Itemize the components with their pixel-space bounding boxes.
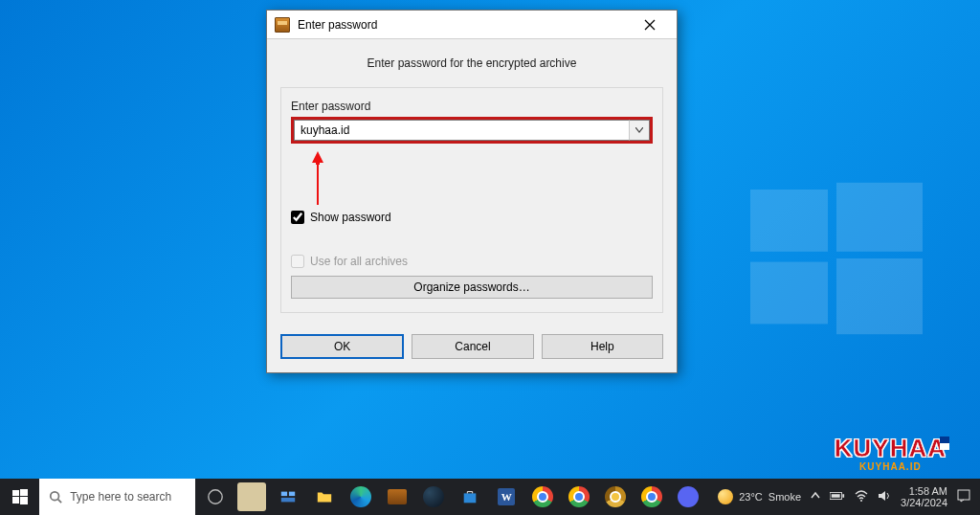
desktop: KUYHAA KUYHAA.ID Enter password Enter pa… (0, 0, 980, 515)
show-password-checkbox[interactable] (291, 211, 304, 224)
password-input[interactable] (294, 120, 629, 141)
svg-rect-18 (958, 490, 969, 500)
svg-rect-16 (832, 494, 840, 498)
tray-wifi-icon[interactable] (855, 490, 868, 504)
title-bar[interactable]: Enter password (267, 11, 677, 39)
cancel-button[interactable]: Cancel (412, 334, 533, 359)
svg-rect-0 (750, 190, 828, 252)
taskbar-cortana[interactable] (197, 479, 234, 515)
taskbar-steam[interactable] (415, 479, 452, 515)
steam-icon (423, 486, 444, 507)
taskbar-chrome-2[interactable] (561, 479, 597, 515)
search-placeholder: Type here to search (70, 490, 171, 504)
window-title: Enter password (298, 18, 631, 32)
chrome-icon (532, 486, 553, 507)
system-tray: 23°C Smoke 1:58 AM 3/24/2024 (708, 479, 980, 515)
weather-icon (718, 489, 733, 504)
tray-notifications-icon[interactable] (957, 489, 970, 504)
svg-rect-5 (20, 489, 28, 496)
winrar-icon (275, 17, 290, 33)
taskbar-store[interactable] (452, 479, 488, 515)
svg-rect-2 (750, 262, 828, 325)
taskbar-chrome-canary[interactable] (597, 479, 634, 515)
brand-watermark: KUYHAA KUYHAA.ID (835, 434, 947, 472)
weather-temp: 23°C (739, 491, 763, 503)
help-button[interactable]: Help (542, 334, 663, 359)
svg-rect-10 (281, 492, 287, 497)
taskbar-edge[interactable] (343, 479, 379, 515)
chevron-down-icon (635, 127, 643, 133)
taskbar-chrome-1[interactable] (524, 479, 561, 515)
close-icon (644, 19, 656, 31)
brand-main: KUYHAA (835, 434, 947, 463)
taskbar: Type here to search W 23°C Smoke (0, 479, 980, 515)
password-row (291, 117, 653, 144)
password-dialog: Enter password Enter password for the en… (266, 10, 678, 373)
svg-point-17 (860, 500, 862, 502)
svg-rect-6 (12, 497, 19, 504)
show-password-row[interactable]: Show password (291, 211, 653, 224)
weather-desc: Smoke (768, 491, 801, 503)
use-all-checkbox (291, 255, 304, 268)
cortana-icon (207, 488, 224, 505)
use-all-row: Use for all archives (291, 255, 653, 268)
taskbar-word[interactable]: W (488, 479, 524, 515)
notification-icon (957, 489, 970, 503)
avatar-icon (237, 482, 266, 511)
winrar-icon (388, 489, 407, 504)
ok-button[interactable]: OK (280, 334, 404, 359)
svg-rect-13 (464, 493, 477, 503)
dialog-body: Enter password for the encrypted archive… (267, 39, 677, 334)
taskbar-winrar[interactable] (379, 479, 415, 515)
password-label: Enter password (291, 100, 653, 113)
tray-time: 1:58 AM (901, 485, 947, 497)
discord-icon (678, 486, 699, 507)
tray-chevron-icon[interactable] (811, 491, 820, 503)
search-icon (49, 490, 62, 504)
password-group: Enter password Show password (280, 87, 663, 313)
taskbar-explorer[interactable] (306, 479, 343, 515)
svg-rect-3 (836, 258, 923, 334)
battery-icon (830, 491, 845, 501)
chrome-canary-icon (605, 486, 626, 507)
windows-icon (12, 489, 28, 504)
taskbar-user-photo[interactable] (234, 479, 270, 515)
start-button[interactable] (0, 479, 39, 515)
arrow-annotation (310, 151, 325, 205)
clock[interactable]: 1:58 AM 3/24/2024 (901, 485, 947, 508)
speaker-icon (878, 490, 891, 502)
close-button[interactable] (631, 11, 669, 38)
search-box[interactable]: Type here to search (39, 479, 195, 515)
svg-rect-11 (289, 492, 295, 497)
svg-rect-7 (20, 497, 28, 504)
dialog-actions: OK Cancel Help (267, 334, 677, 372)
svg-point-9 (209, 490, 222, 504)
taskbar-items: W (195, 479, 708, 515)
arrow-up-icon (310, 151, 325, 165)
organize-passwords-button[interactable]: Organize passwords… (291, 276, 653, 299)
svg-rect-4 (12, 490, 19, 496)
taskbar-discord[interactable] (670, 479, 706, 515)
tray-volume-icon[interactable] (878, 490, 891, 504)
word-icon: W (498, 488, 515, 505)
edge-icon (350, 486, 371, 507)
password-dropdown-button[interactable] (629, 120, 650, 141)
windows-logo-wallpaper (750, 172, 923, 348)
chevron-up-icon (811, 491, 820, 501)
weather-widget[interactable]: 23°C Smoke (718, 489, 801, 504)
svg-point-8 (51, 492, 59, 501)
dialog-headline: Enter password for the encrypted archive (280, 56, 663, 70)
show-password-label: Show password (310, 211, 391, 224)
chrome-icon (641, 486, 662, 507)
taskbar-task-view[interactable] (270, 479, 306, 515)
tray-battery-icon[interactable] (830, 491, 845, 503)
folder-icon (316, 488, 333, 505)
svg-rect-1 (836, 183, 923, 252)
taskbar-chrome-3[interactable] (634, 479, 670, 515)
chrome-icon (568, 486, 590, 507)
tray-date: 3/24/2024 (901, 497, 947, 508)
svg-rect-12 (281, 498, 295, 503)
wifi-icon (855, 490, 868, 502)
svg-rect-15 (842, 494, 844, 498)
store-icon (461, 488, 479, 505)
